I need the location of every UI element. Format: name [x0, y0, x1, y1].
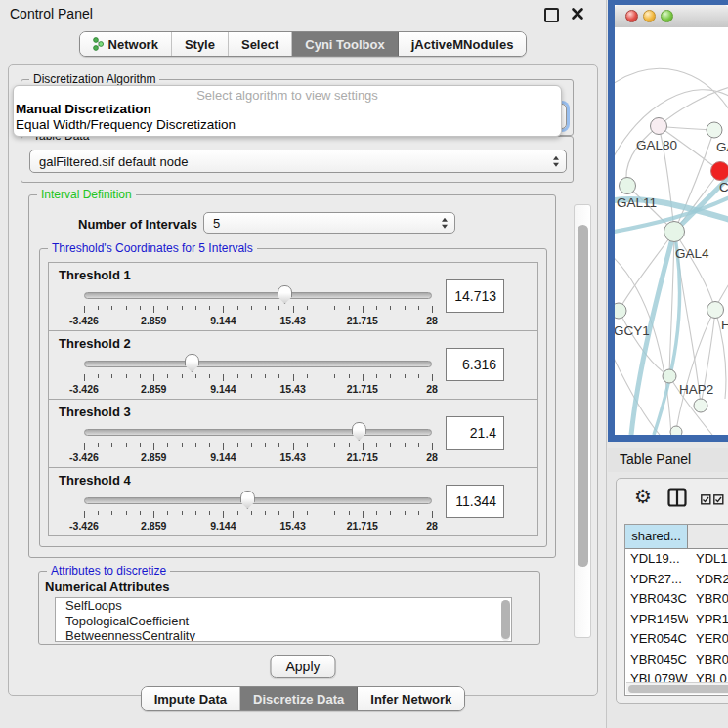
slider-track[interactable] [84, 497, 432, 504]
horizontal-scrollbar[interactable] [626, 682, 728, 694]
threshold-value-input[interactable]: 21.4 [446, 416, 504, 450]
tab-label: Discretize Data [253, 692, 344, 707]
dropdown-option[interactable]: Manual Discretization [16, 102, 151, 116]
table-cell: YPR145W [625, 610, 688, 630]
table-row[interactable]: YBR043CYBR0 [625, 589, 728, 610]
network-node[interactable] [670, 426, 682, 435]
threshold-slider[interactable]: -3.4262.8599.14415.4321.71528 [84, 490, 432, 535]
columns-icon[interactable] [667, 488, 687, 511]
table-cell: YDL19... [625, 549, 688, 570]
table-cell: YER0 [688, 629, 728, 650]
tab-style[interactable]: Style [172, 32, 229, 56]
scrollbar-thumb[interactable] [628, 685, 728, 693]
slider-tick-labels: -3.4262.8599.14415.4321.71528 [84, 520, 432, 532]
threshold-value-input[interactable]: 6.316 [446, 348, 504, 381]
network-node[interactable] [711, 162, 728, 181]
slider-track[interactable] [84, 429, 432, 436]
threshold-slider[interactable]: -3.4262.8599.14415.4321.71528 [84, 353, 432, 398]
tab-discretize-data[interactable]: Discretize Data [240, 687, 358, 710]
node-label: GAL11 [617, 195, 657, 210]
table-data-group: Table Data galFiltered.sif default node [21, 136, 574, 183]
network-canvas[interactable]: GAL80GALCGAL11GAL4GCY1HAHAP2 [615, 27, 728, 435]
table-cell: YBR0 [688, 650, 728, 670]
column-header[interactable]: shared... [625, 525, 688, 548]
close-traffic-light-icon[interactable] [625, 10, 638, 22]
tab-label: Infer Network [370, 692, 451, 707]
table-row[interactable]: YBR045CYBR0 [625, 650, 728, 670]
node-label: HA [721, 318, 728, 332]
numerical-attributes-heading: Numerical Attributes [45, 579, 169, 594]
network-view-window: GAL80GALCGAL11GAL4GCY1HAHAP2 [608, 0, 728, 442]
control-panel-tabbar: NetworkStyleSelectCyni ToolboxjActiveMNo… [0, 31, 606, 57]
network-node[interactable] [664, 222, 685, 242]
zoom-traffic-light-icon[interactable] [661, 10, 673, 22]
attribute-list-item[interactable]: BetweennessCentrality [56, 628, 511, 642]
network-node[interactable] [620, 178, 636, 194]
node-label: GAL4 [675, 246, 709, 261]
close-icon[interactable] [571, 7, 584, 21]
slider-thumb[interactable] [278, 285, 292, 304]
table-panel-title: Table Panel [620, 451, 691, 467]
tab-label: Cyni Toolbox [305, 37, 384, 52]
slider-thumb[interactable] [185, 354, 199, 372]
tab-label: Style [185, 37, 215, 52]
numerical-attributes-list[interactable]: SelfLoopsTopologicalCoefficientBetweenne… [55, 597, 512, 642]
slider-tick-labels: -3.4262.8599.14415.4321.71528 [84, 315, 432, 326]
slider-thumb[interactable] [352, 422, 366, 441]
threshold-panel: Threshold 1-3.4262.8599.14415.4321.71528… [48, 262, 538, 331]
dropdown-option[interactable]: Equal Width/Frequency Discretization [16, 117, 236, 132]
slider-tick-labels: -3.4262.8599.14415.4321.71528 [84, 451, 432, 463]
threshold-slider[interactable]: -3.4262.8599.14415.4321.71528 [84, 421, 432, 466]
network-node[interactable] [651, 118, 667, 135]
table-row[interactable]: YPR145WYPR1 [625, 610, 728, 630]
tab-cyni-toolbox[interactable]: Cyni Toolbox [292, 32, 398, 56]
group-title: Discretization Algorithm [29, 72, 159, 86]
attribute-list-item[interactable]: SelfLoops [56, 598, 511, 614]
scrollbar-thumb[interactable] [578, 225, 588, 567]
algorithm-dropdown-popup: Select algorithm to view settings Manual… [13, 85, 562, 137]
control-panel-title: Control Panel [10, 6, 93, 21]
threshold-panel: Threshold 3-3.4262.8599.14415.4321.71528… [48, 399, 538, 468]
tab-infer-network[interactable]: Infer Network [358, 687, 464, 710]
network-node[interactable] [694, 399, 707, 412]
vertical-scrollbar[interactable] [574, 204, 591, 638]
network-node[interactable] [707, 122, 722, 138]
node-label: GCY1 [615, 323, 650, 338]
column-header[interactable]: na [688, 525, 728, 548]
node-attribute-table[interactable]: shared...na YDL19...YDL1YDR27...YDR2YBR0… [624, 524, 728, 696]
table-row[interactable]: YER054CYER0 [625, 629, 728, 650]
threshold-value-input[interactable]: 11.344 [446, 485, 504, 518]
network-icon [93, 37, 104, 51]
threshold-label: Threshold 1 [59, 268, 131, 282]
table-row[interactable]: YDR27...YDR2 [625, 570, 728, 590]
tab-select[interactable]: Select [229, 32, 292, 56]
slider-thumb[interactable] [240, 491, 255, 509]
network-node[interactable] [707, 302, 724, 319]
network-node[interactable] [615, 303, 626, 319]
apply-button[interactable]: Apply [270, 655, 335, 678]
threshold-value-input[interactable]: 14.713 [446, 279, 504, 313]
table-panel: ⚙ shared...na YDL19...YDL1YDR27...YDR2YB… [616, 478, 728, 704]
minimize-traffic-light-icon[interactable] [643, 10, 656, 22]
list-scrollbar[interactable] [501, 600, 510, 641]
table-row[interactable]: YDL19...YDL1 [625, 549, 728, 570]
threshold-slider[interactable]: -3.4262.8599.14415.4321.71528 [84, 284, 432, 329]
gear-icon[interactable]: ⚙ [634, 486, 652, 507]
network-node[interactable] [663, 369, 676, 383]
attribute-list-item[interactable]: TopologicalCoefficient [56, 614, 511, 629]
threshold-panel: Threshold 4-3.4262.8599.14415.4321.71528… [48, 467, 538, 536]
tab-jactivemnodules[interactable]: jActiveMNodules [399, 32, 527, 56]
number-of-intervals-label: Number of Intervals [78, 217, 197, 232]
table-data-combobox[interactable]: galFiltered.sif default node [29, 150, 567, 173]
network-window-titlebar[interactable] [615, 5, 728, 28]
number-of-intervals-combobox[interactable]: 5 [203, 212, 455, 234]
threshold-panel: Threshold 2-3.4262.8599.14415.4321.71528… [48, 330, 538, 400]
table-cell: YBR0 [688, 589, 728, 610]
tab-label: Select [241, 37, 278, 52]
tab-network[interactable]: Network [80, 32, 172, 56]
float-window-icon[interactable] [544, 8, 559, 22]
slider-track[interactable] [84, 361, 432, 367]
checkboxes-icon[interactable] [701, 492, 724, 509]
tab-impute-data[interactable]: Impute Data [142, 687, 240, 710]
slider-track[interactable] [84, 292, 432, 299]
